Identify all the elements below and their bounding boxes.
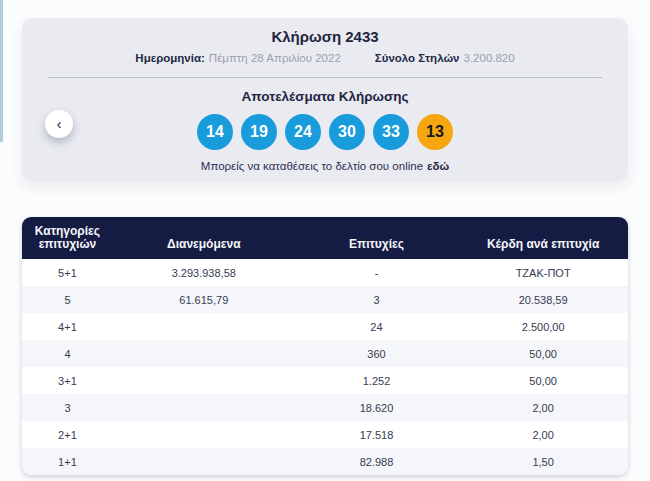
table-row: 3+1 1.252 50,00 [22, 367, 628, 394]
draw-title: Κλήρωση 2433 [22, 28, 628, 46]
previous-draw-button[interactable]: ‹ [45, 110, 73, 138]
table-row: 5+1 3.293.938,58 - ΤΖΑΚ-ΠΟΤ [22, 259, 628, 286]
header-distributed: Διανεμόμενα [113, 238, 295, 259]
cell-winners: 24 [295, 321, 459, 333]
draw-summary-panel: Κλήρωση 2433 Ημερομηνία:Πέμπτη 28 Απριλί… [22, 18, 628, 181]
online-submit-text: Μπορείς να καταθέσεις το δελτίο σου onli… [201, 160, 423, 172]
cell-winners: 360 [295, 348, 459, 360]
table-row: 4+1 24 2.500,00 [22, 313, 628, 340]
cell-distributed: 61.615,79 [113, 294, 295, 306]
table-row: 4 360 50,00 [22, 340, 628, 367]
winning-numbers-row: 14 19 24 30 33 13 [22, 114, 628, 150]
cell-category: 2+1 [22, 429, 113, 441]
total-columns-value: 3.200.820 [464, 52, 515, 64]
header-winners: Επιτυχίες [295, 238, 459, 259]
cell-winners: - [295, 267, 459, 279]
winning-number-ball: 33 [373, 114, 409, 150]
online-submit-link[interactable]: εδώ [427, 160, 449, 172]
bonus-number-ball: 13 [417, 114, 453, 150]
draw-date: Ημερομηνία:Πέμπτη 28 Απριλίου 2022 [135, 51, 340, 65]
online-submit-row: Μπορείς να καταθέσεις το δελτίο σου onli… [22, 160, 628, 172]
cell-category: 1+1 [22, 456, 113, 468]
table-row: 2+1 17.518 2,00 [22, 421, 628, 448]
cell-prize: 2,00 [458, 429, 628, 441]
left-accent-strip [0, 0, 3, 142]
winning-number-ball: 14 [197, 114, 233, 150]
cell-winners: 1.252 [295, 375, 459, 387]
chevron-left-icon: ‹ [57, 116, 62, 131]
table-row: 1+1 82.988 1,50 [22, 448, 628, 475]
cell-prize: 1,50 [458, 456, 628, 468]
cell-category: 5 [22, 294, 113, 306]
total-columns: Σύνολο Στηλών3.200.820 [375, 51, 515, 65]
cell-prize: 50,00 [458, 375, 628, 387]
table-header-row: Κατηγορίες επιτυχιών Διανεμόμενα Επιτυχί… [22, 217, 628, 259]
cell-winners: 82.988 [295, 456, 459, 468]
draw-date-label: Ημερομηνία: [135, 52, 205, 64]
total-columns-label: Σύνολο Στηλών [375, 52, 460, 64]
cell-prize: ΤΖΑΚ-ΠΟΤ [458, 267, 628, 279]
header-categories: Κατηγορίες επιτυχιών [22, 225, 113, 259]
prize-categories-table: Κατηγορίες επιτυχιών Διανεμόμενα Επιτυχί… [22, 217, 628, 475]
cell-winners: 18.620 [295, 402, 459, 414]
results-heading: Αποτελέσματα Κλήρωσης [22, 89, 628, 105]
cell-prize: 2,00 [458, 402, 628, 414]
cell-category: 5+1 [22, 267, 113, 279]
header-prize: Κέρδη ανά επιτυχία [458, 238, 628, 259]
table-row: 5 61.615,79 3 20.538,59 [22, 286, 628, 313]
cell-category: 4+1 [22, 321, 113, 333]
draw-meta-row: Ημερομηνία:Πέμπτη 28 Απριλίου 2022 Σύνολ… [22, 51, 628, 65]
cell-winners: 17.518 [295, 429, 459, 441]
winning-number-ball: 30 [329, 114, 365, 150]
winning-number-ball: 24 [285, 114, 321, 150]
cell-prize: 50,00 [458, 348, 628, 360]
draw-date-value: Πέμπτη 28 Απριλίου 2022 [209, 52, 341, 64]
cell-category: 3+1 [22, 375, 113, 387]
cell-prize: 20.538,59 [458, 294, 628, 306]
cell-winners: 3 [295, 294, 459, 306]
cell-distributed: 3.293.938,58 [113, 267, 295, 279]
cell-category: 3 [22, 402, 113, 414]
table-row: 3 18.620 2,00 [22, 394, 628, 421]
cell-category: 4 [22, 348, 113, 360]
panel-divider [48, 77, 602, 78]
winning-number-ball: 19 [241, 114, 277, 150]
cell-prize: 2.500,00 [458, 321, 628, 333]
